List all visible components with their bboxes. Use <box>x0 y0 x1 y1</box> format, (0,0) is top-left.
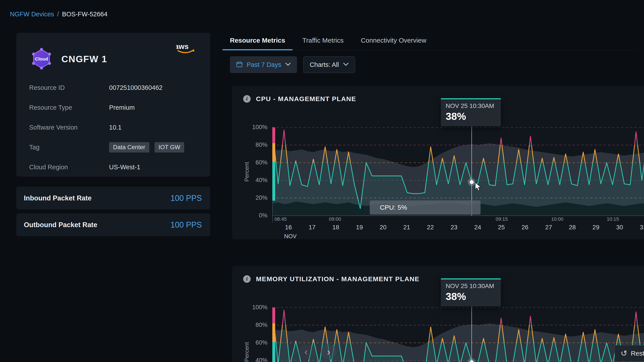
x-day-label: 17 <box>309 224 316 231</box>
x-day-label: 24 <box>474 224 481 231</box>
y-tick-label: 100% <box>233 124 268 131</box>
y-tick-label: 40% <box>233 177 268 184</box>
x-day-label: 26 <box>522 224 528 231</box>
page: NGFW Devices / BOS-FW-52664 Cloud <box>0 0 644 362</box>
chevron-down-icon <box>285 62 291 67</box>
field-value: US-West-1 <box>109 164 140 171</box>
x-day-label: 20 <box>380 224 386 231</box>
y-tick-label: 60% <box>233 159 268 166</box>
field-row-cloud-region: Cloud Region US-West-1 <box>29 157 210 177</box>
tag-badges: Data Center IOT GW <box>109 142 188 153</box>
y-tick-label: 80% <box>233 322 268 329</box>
x-day-label: 31 <box>640 224 644 231</box>
field-label: Resource ID <box>29 84 109 91</box>
field-label: Resource Type <box>29 104 109 111</box>
tab-resource-metrics[interactable]: Resource Metrics <box>222 35 293 50</box>
cloud-device-icon: Cloud <box>29 46 54 72</box>
time-range-value: Past 7 Days <box>247 61 281 68</box>
x-month-label: NOV <box>284 233 296 240</box>
y-tick-label: 100% <box>233 304 268 311</box>
memory-crosshair-tooltip: NOV 25 10:30AM 38% <box>441 278 501 306</box>
x-day-label: 27 <box>545 224 552 231</box>
tooltip-value: 38% <box>446 291 496 302</box>
charts-filter-dropdown[interactable]: Charts: All <box>303 56 355 73</box>
y-tick-label: 60% <box>233 339 268 346</box>
restart-button[interactable]: ↺ Restart <box>615 345 644 362</box>
x-time-label: 08:45 <box>274 216 287 222</box>
field-row-resource-id: Resource ID 007251000360462 <box>29 78 210 98</box>
x-day-label: 19 <box>356 224 363 231</box>
y-axis-title: Percent <box>244 330 250 362</box>
tag-badge: IOT GW <box>154 142 184 153</box>
field-label: Tag <box>29 144 109 151</box>
field-value: Premium <box>109 104 135 111</box>
svg-text:Cloud: Cloud <box>35 56 48 61</box>
calendar-icon <box>236 61 243 68</box>
device-header: Cloud CNGFW 1 aws <box>16 33 210 72</box>
x-time-label: 10:00 <box>551 216 564 222</box>
cpu-hover-tooltip: CPU: 5% <box>370 200 480 215</box>
chevron-down-icon <box>343 62 349 67</box>
restart-icon: ↺ <box>620 349 627 358</box>
aws-logo-icon: aws <box>176 42 196 56</box>
breadcrumb: NGFW Devices / BOS-FW-52664 <box>10 10 108 18</box>
tab-connectivity-overview[interactable]: Connectivity Overview <box>353 35 434 50</box>
cpu-chart-title: CPU - MANAGEMENT PLANE <box>256 95 356 103</box>
time-range-dropdown[interactable]: Past 7 Days <box>230 56 297 73</box>
x-day-label: 29 <box>592 224 600 231</box>
tab-traffic-metrics[interactable]: Traffic Metrics <box>295 35 351 50</box>
device-fields: Resource ID 007251000360462 Resource Typ… <box>16 78 210 177</box>
tag-badge: Data Center <box>109 142 149 153</box>
x-day-label: 25 <box>498 224 505 231</box>
pager-next-button[interactable]: › <box>321 344 336 360</box>
chart-pager: ‹ › <box>298 344 336 360</box>
y-axis-labels: 100%80%60%40%20%0% <box>233 308 268 362</box>
x-day-label: 18 <box>332 224 339 231</box>
field-row-tag: Tag Data Center IOT GW <box>29 137 210 157</box>
stat-label: Outbound Packet Rate <box>24 221 97 229</box>
field-value: 10.1 <box>109 124 122 131</box>
tooltip-date: NOV 25 10:30AM <box>446 283 496 290</box>
stat-value: 100 PPS <box>170 220 202 230</box>
cpu-plot-area: 100%80%60%40%20%0% Percent 08:4509:0009:… <box>272 127 644 216</box>
cpu-chart-card: i CPU - MANAGEMENT PLANE NOV 25 10:30AM … <box>232 86 644 239</box>
outbound-packet-rate-card: Outbound Packet Rate 100 PPS <box>16 213 210 236</box>
x-time-label: 10:15 <box>607 216 619 222</box>
x-time-label: 09:15 <box>496 216 508 222</box>
inbound-packet-rate-card: Inbound Packet Rate 100 PPS <box>16 187 210 209</box>
memory-chart-card: i MEMORY UTILIZATION - MANAGEMENT PLANE … <box>232 266 644 362</box>
metrics-tabs: Resource Metrics Traffic Metrics Connect… <box>222 35 638 50</box>
pager-prev-button[interactable]: ‹ <box>298 344 314 360</box>
x-time-label: 09:00 <box>329 216 341 222</box>
stat-value: 100 PPS <box>170 194 202 203</box>
field-label: Cloud Region <box>29 164 109 171</box>
info-icon[interactable]: i <box>243 95 251 103</box>
field-label: Software Version <box>29 124 109 131</box>
x-day-label: 28 <box>569 224 576 231</box>
field-value: 007251000360462 <box>109 84 162 91</box>
y-tick-label: 0% <box>233 212 268 219</box>
y-tick-label: 40% <box>233 357 268 362</box>
x-day-label: 22 <box>427 224 434 231</box>
restart-label: Restart <box>631 350 644 357</box>
breadcrumb-parent-link[interactable]: NGFW Devices <box>10 10 54 18</box>
device-summary-card: Cloud CNGFW 1 aws Resource ID 0072510003… <box>16 33 210 177</box>
tooltip-date: NOV 25 10:30AM <box>446 102 496 109</box>
device-name: CNGFW 1 <box>62 54 107 64</box>
cpu-chart-header: i CPU - MANAGEMENT PLANE <box>243 95 356 103</box>
info-icon[interactable]: i <box>243 275 251 283</box>
tooltip-value: 38% <box>446 110 496 122</box>
y-tick-label: 80% <box>233 141 268 148</box>
mouse-cursor-icon <box>474 182 482 192</box>
breadcrumb-current: BOS-FW-52664 <box>62 10 108 18</box>
chart-filters: Past 7 Days Charts: All <box>230 56 355 73</box>
cpu-crosshair-tooltip: NOV 25 10:30AM 38% <box>441 98 501 126</box>
y-tick-label: 20% <box>233 194 268 201</box>
x-day-label: 30 <box>616 224 623 231</box>
y-axis-title: Percent <box>244 150 250 194</box>
x-day-label: 16 <box>285 224 292 231</box>
memory-chart-header: i MEMORY UTILIZATION - MANAGEMENT PLANE <box>243 275 420 283</box>
stat-label: Inbound Packet Rate <box>24 194 92 202</box>
y-axis-labels: 100%80%60%40%20%0% <box>233 127 268 216</box>
field-row-software-version: Software Version 10.1 <box>29 117 210 137</box>
